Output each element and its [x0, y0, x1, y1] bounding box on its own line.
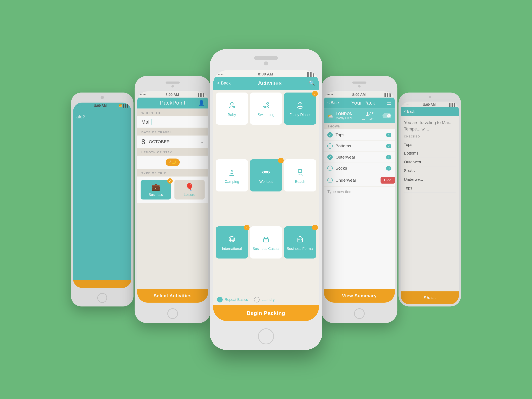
phone-far-left: ••••• 8:00 AM 📶 ▌▌▌ ale?	[71, 93, 133, 306]
home-btn-left[interactable]	[167, 308, 178, 319]
activity-business-casual[interactable]: Business Casual	[250, 226, 282, 259]
activities-footer: ✓ Repeat Basics Laundry	[213, 294, 319, 305]
outerwear-name: Outerwear	[336, 155, 386, 159]
checked-item-2: Outerwea...	[404, 158, 456, 166]
right-screen: ••••• 8:00 AM ▌▌▌ < Back Your Pack ☰ ⛅ L…	[324, 91, 395, 303]
far-left-cta[interactable]	[73, 280, 131, 288]
trip-type-business[interactable]: ✓ 💼 Business	[141, 180, 171, 200]
battery-icon-fl: ▌▌▌	[123, 104, 129, 107]
new-item-input[interactable]: Type new item...	[324, 187, 395, 197]
menu-icon-right[interactable]: ☰	[387, 100, 391, 106]
back-btn-right[interactable]: < Back	[327, 100, 340, 105]
home-btn-right[interactable]	[354, 308, 365, 319]
far-left-screen: ••••• 8:00 AM 📶 ▌▌▌ ale?	[73, 102, 131, 288]
far-left-partial-text: ale?	[76, 113, 128, 121]
activity-camping[interactable]: Camping	[216, 159, 248, 191]
begin-packing-btn[interactable]: Begin Packing	[213, 305, 319, 321]
workout-icon	[262, 168, 270, 178]
activities-title: Activities	[258, 80, 282, 87]
select-activities-btn[interactable]: Select Activities	[137, 289, 208, 303]
activity-workout[interactable]: ✓ Workout	[250, 159, 282, 191]
speaker-right	[352, 82, 366, 84]
underwear-check	[327, 177, 333, 183]
international-label: International	[222, 247, 242, 251]
view-summary-btn[interactable]: View Summary	[324, 289, 395, 303]
trip-type-label: TYPE OF TRIP	[137, 169, 208, 177]
far-right-content: You are traveling to Mar... Tempe... wi.…	[401, 116, 459, 291]
signal-center: •••••	[216, 72, 224, 76]
checked-item-3: Socks	[404, 166, 456, 175]
user-icon[interactable]: 👤	[198, 100, 205, 106]
where-to-label: WHERE TO	[137, 108, 208, 116]
weather-city: LONDON	[336, 112, 353, 116]
packpoint-header: PackPoint 👤	[137, 98, 208, 108]
repeat-basics-toggle[interactable]: ✓ Repeat Basics	[217, 297, 248, 303]
repeat-basics-label: Repeat Basics	[225, 298, 248, 302]
business-label: Business	[149, 193, 163, 197]
activity-fancy-dinner[interactable]: ✓ Fancy Dinner	[284, 93, 316, 125]
home-btn-center[interactable]	[258, 328, 274, 344]
center-screen: ••••• 8:00 AM ▌▌▌ < Back Activities 🔍	[213, 70, 319, 321]
tops-count: 4	[386, 133, 391, 137]
activity-beach[interactable]: Beach	[284, 159, 316, 191]
battery-fr: ▌▌▌	[449, 103, 456, 107]
weather-desc: Mostly Clear	[336, 116, 353, 120]
outerwear-count: 1	[386, 155, 391, 159]
checked-item-0: Tops	[404, 140, 456, 149]
status-bar-far-left: ••••• 8:00 AM 📶 ▌▌▌	[73, 102, 131, 108]
svg-rect-31	[265, 239, 267, 240]
activity-swimming[interactable]: Swimming	[250, 93, 282, 125]
pack-item-socks[interactable]: Socks 3	[324, 163, 395, 174]
date-row[interactable]: 8 OCTOBER ⌄	[137, 135, 208, 148]
far-right-header: < Back	[401, 107, 459, 116]
back-btn-center[interactable]: < Back	[217, 81, 231, 86]
search-icon-center[interactable]: 🔍	[309, 80, 315, 86]
activity-business-formal[interactable]: ✓ Business Formal	[284, 226, 316, 259]
svg-rect-33	[299, 239, 301, 240]
beach-icon	[296, 168, 304, 178]
phone-right: ••••• 8:00 AM ▌▌▌ < Back Your Pack ☰ ⛅ L…	[321, 76, 397, 323]
signal-left: •••••	[140, 93, 146, 96]
weather-range: -12° - 16°	[361, 117, 374, 121]
checked-item-5: Tops	[404, 184, 456, 192]
battery-center: ▌▌▌	[307, 72, 316, 76]
temp-unit-toggle[interactable]	[382, 113, 391, 118]
business-icon: 💼	[151, 183, 160, 191]
fancy-dinner-check: ✓	[312, 91, 318, 96]
pack-item-tops[interactable]: ✓ Tops 4	[324, 129, 395, 140]
hide-btn[interactable]: Hide	[380, 177, 395, 184]
camera-right	[358, 85, 361, 88]
activity-baby[interactable]: Baby	[216, 93, 248, 125]
chevron-down-icon[interactable]: ⌄	[200, 139, 204, 144]
home-btn-far-left[interactable]	[97, 293, 107, 303]
time-left: 8:00 AM	[166, 93, 179, 97]
pack-item-outerwear[interactable]: ✓ Outerwear 1	[324, 152, 395, 163]
far-right-intro: You are traveling to Mar... Tempe... wi.…	[404, 120, 456, 132]
baby-label: Baby	[228, 113, 236, 117]
packpoint-title: PackPoint	[147, 100, 198, 106]
business-formal-label: Business Formal	[287, 247, 314, 251]
workout-label: Workout	[259, 180, 273, 184]
camera-far-right	[429, 96, 431, 98]
trip-type-leisure[interactable]: 🎈 Leisure	[174, 180, 205, 200]
activity-international[interactable]: ✓ International	[216, 226, 248, 259]
back-btn-fr[interactable]: < Back	[404, 109, 415, 114]
pack-item-bottoms[interactable]: Bottoms 2	[324, 140, 395, 152]
shown-label: SHOWN	[324, 123, 395, 129]
where-to-input[interactable]: Mal	[137, 116, 208, 128]
camera-center	[264, 61, 268, 65]
laundry-toggle[interactable]: Laundry	[254, 297, 275, 303]
share-btn[interactable]: Sha...	[401, 291, 459, 304]
phone-center: ••••• 8:00 AM ▌▌▌ < Back Activities 🔍	[210, 49, 322, 350]
international-check: ✓	[244, 225, 250, 230]
battery-right: ▌▌▌	[384, 93, 392, 97]
pack-item-underwear[interactable]: Underwear Hide	[324, 174, 395, 186]
time-center: 8:00 AM	[258, 72, 273, 76]
packpoint-content: WHERE TO Mal DATE OF TRAVEL 8 OCTOBER ⌄ …	[137, 108, 208, 289]
camera-left	[171, 85, 174, 88]
beach-label: Beach	[295, 180, 305, 184]
stay-row: 3🌙	[137, 156, 208, 169]
repeat-check-icon: ✓	[217, 297, 223, 303]
socks-check	[327, 165, 333, 171]
camera-far-left	[101, 96, 104, 99]
